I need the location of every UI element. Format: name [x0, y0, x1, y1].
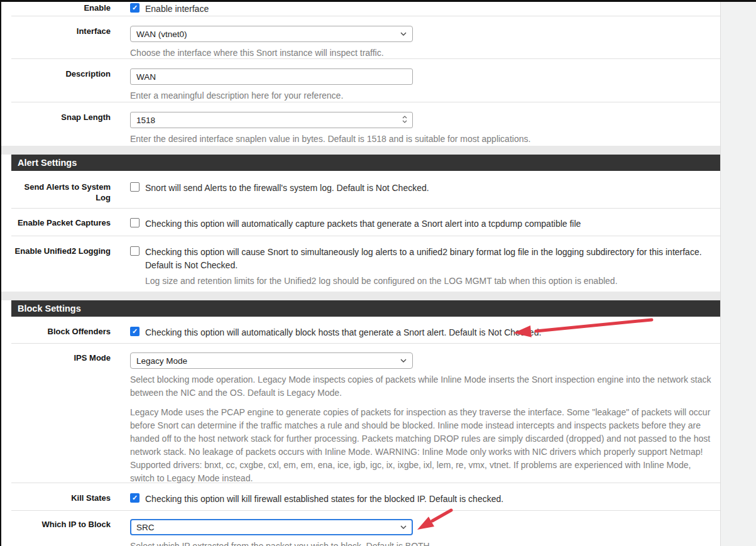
page-right-margin — [720, 0, 756, 546]
interface-label: Interface — [77, 26, 111, 58]
window-left-edge — [0, 0, 1, 546]
kill-states-label: Kill States — [71, 493, 111, 510]
form-row-kill-states: Kill States Checking this option will ki… — [11, 483, 720, 511]
form-row-packet-captures: Enable Packet Captures Checking this opt… — [11, 209, 720, 236]
description-help: Enter a meaningful description here for … — [130, 89, 716, 102]
settings-form: Enable Enable interface Interface WAN (v… — [11, 2, 720, 546]
form-row-unified2-logging: Enable Unified2 Logging Checking this op… — [11, 236, 720, 292]
alert-settings-header: Alert Settings — [11, 155, 720, 171]
unified2-logging-note: Log size and retention limits for the Un… — [145, 275, 716, 288]
form-row-enable: Enable Enable interface — [11, 2, 720, 16]
ips-mode-select-value: Legacy Mode — [136, 356, 187, 366]
enable-label: Enable — [84, 3, 111, 16]
send-alerts-label: Send Alerts to System Log — [11, 182, 111, 208]
ips-mode-select[interactable]: Legacy Mode — [130, 352, 413, 369]
kill-states-checkbox[interactable] — [130, 493, 140, 503]
snap-length-label: Snap Length — [61, 112, 111, 146]
number-spinner-icon[interactable] — [402, 116, 407, 123]
block-offenders-label: Block Offenders — [48, 326, 111, 343]
form-row-ips-mode: IPS Mode Legacy Mode Select blocking mod… — [11, 344, 720, 483]
packet-captures-label: Enable Packet Captures — [18, 217, 111, 236]
snap-length-input[interactable] — [130, 112, 413, 128]
interface-select-value: WAN (vtnet0) — [136, 30, 187, 39]
which-ip-label: Which IP to Block — [41, 519, 111, 546]
ips-mode-label: IPS Mode — [74, 352, 111, 483]
unified2-logging-text: Checking this option will cause Snort to… — [145, 246, 716, 272]
interface-help: Choose the interface where this Snort in… — [130, 46, 716, 60]
ips-mode-help-detail: Legacy Mode uses the PCAP engine to gene… — [130, 406, 716, 485]
panel-general-settings: Enable Enable interface Interface WAN (v… — [11, 2, 720, 146]
form-row-which-ip: Which IP to Block SRC Select which IP ex… — [11, 511, 720, 546]
snap-length-help: Enter the desired interface snaplen valu… — [130, 133, 716, 146]
form-row-snap-length: Snap Length Enter the desired interface … — [11, 102, 720, 146]
window-top-edge — [0, 0, 756, 2]
form-row-interface: Interface WAN (vtnet0) Choose the interf… — [11, 16, 720, 59]
form-row-send-alerts: Send Alerts to System Log Snort will sen… — [11, 171, 720, 209]
send-alerts-checkbox[interactable] — [130, 182, 140, 192]
kill-states-text: Checking this option will kill firewall … — [145, 493, 503, 506]
enable-interface-text: Enable interface — [145, 3, 209, 16]
interface-select[interactable]: WAN (vtnet0) — [130, 26, 413, 42]
panel-alert-settings: Alert Settings Send Alerts to System Log… — [11, 155, 720, 292]
enable-interface-checkbox[interactable] — [130, 3, 140, 13]
panel-gap — [1, 292, 720, 300]
chevron-down-icon — [400, 525, 407, 529]
unified2-logging-checkbox[interactable] — [130, 246, 140, 256]
description-label: Description — [65, 68, 111, 102]
which-ip-select[interactable]: SRC — [130, 519, 413, 535]
which-ip-help: Select which IP extracted from the packe… — [130, 540, 716, 546]
send-alerts-text: Snort will send Alerts to the firewall's… — [145, 182, 429, 195]
description-input[interactable] — [130, 68, 413, 85]
chevron-down-icon — [400, 359, 407, 363]
panel-block-settings: Block Settings Block Offenders Checking … — [11, 300, 720, 546]
unified2-logging-label: Enable Unified2 Logging — [15, 246, 111, 292]
packet-captures-checkbox[interactable] — [130, 218, 140, 227]
block-offenders-checkbox[interactable] — [130, 327, 140, 336]
form-row-description: Description Enter a meaningful descripti… — [11, 59, 720, 102]
form-row-block-offenders: Block Offenders Checking this option wil… — [11, 317, 720, 344]
which-ip-select-value: SRC — [136, 523, 155, 532]
block-settings-header: Block Settings — [11, 300, 720, 317]
chevron-down-icon — [400, 32, 407, 36]
panel-gap — [1, 146, 720, 155]
packet-captures-text: Checking this option will automatically … — [145, 217, 581, 231]
ips-mode-help: Select blocking mode operation. Legacy M… — [130, 373, 716, 400]
block-offenders-text: Checking this option will automatically … — [145, 326, 541, 339]
